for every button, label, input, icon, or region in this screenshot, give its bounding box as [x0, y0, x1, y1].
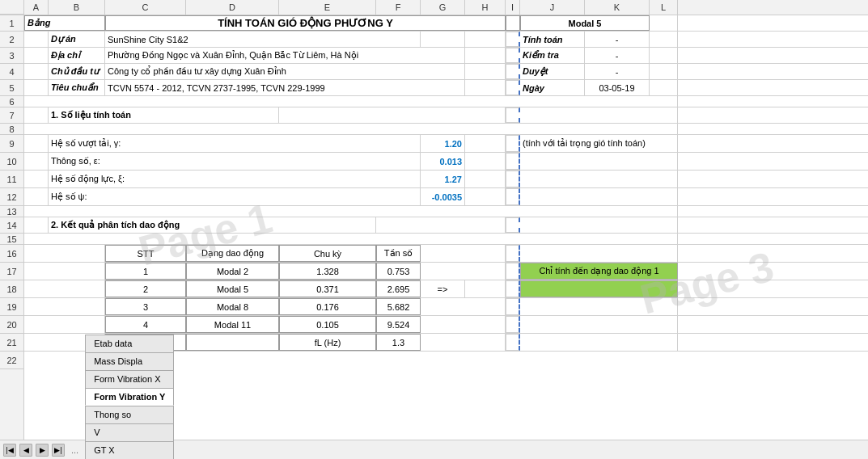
cell-r21-c6 [421, 334, 506, 351]
cell-r7-c4 [279, 107, 506, 123]
cell-r16-c3: Dạng dao động [186, 245, 279, 262]
column-headers: ABCDEFGHIJKL [0, 0, 868, 15]
cell-r9-c9: (tính với tải trọng gió tính toán) [520, 135, 678, 152]
cell-r2-c11 [650, 32, 678, 47]
col-header-I: I [506, 0, 520, 15]
row-num-10: 10 [0, 153, 23, 171]
row-num-3: 3 [0, 48, 23, 64]
cell-r10-c9 [520, 153, 678, 170]
grid-row-6 [24, 96, 868, 107]
tab-nav-last[interactable]: ▶| [52, 444, 65, 457]
tab-nav-next[interactable]: ▶ [36, 444, 49, 457]
row-num-7: 7 [0, 107, 23, 124]
grid-row-18: 2Modal 50.3712.695=> [24, 280, 868, 298]
cell-r12-c6: -0.0035 [421, 188, 465, 205]
cell-r21-c4: fL (Hz) [279, 334, 376, 351]
row-num-21: 21 [0, 334, 23, 352]
tab-thong-so[interactable]: Thong so [85, 406, 174, 423]
col-header-E: E [279, 0, 376, 15]
cell-r5-c7 [465, 80, 506, 95]
cell-r20-c3: Modal 11 [186, 316, 279, 333]
cell-r19-c5: 5.682 [376, 298, 421, 315]
cell-r1-c11 [650, 15, 678, 31]
cell-r20-c4: 0.105 [279, 316, 376, 333]
tab-gt-x[interactable]: GT X [85, 441, 174, 459]
cell-r4-c8 [506, 64, 520, 79]
cell-r18-c3: Modal 5 [186, 280, 279, 297]
row-num-4: 4 [0, 64, 23, 80]
col-header-G: G [421, 0, 465, 15]
cell-r20-c9 [520, 316, 678, 333]
cell-r14-c8 [506, 217, 520, 233]
tab-navigation[interactable]: |◀ ◀ ▶ ▶| ... [3, 444, 78, 457]
cell-r17-c4: 1.328 [279, 263, 376, 280]
cell-r3-c1: Địa chỉ [49, 48, 105, 63]
cell-r5-c11 [650, 80, 678, 95]
tab-v[interactable]: V [85, 423, 174, 441]
cell-r14-c5 [376, 217, 506, 233]
row-num-18: 18 [0, 280, 23, 298]
cell-r7-c9 [520, 107, 678, 123]
cell-r4-c11 [650, 64, 678, 79]
cell-r2-c9: Tính toán [520, 32, 585, 47]
cell-r10-c1: Thông số, ε: [49, 153, 421, 170]
row-num-16: 16 [0, 245, 23, 263]
cell-r1-c2: TÍNH TOÁN GIÓ ĐỘNG PHƯƠNG Y [105, 15, 506, 31]
cell-r18-c6: => [421, 280, 465, 297]
row-numbers: 12345678910111213141516171819202122 [0, 15, 24, 440]
cell-r10-c0 [24, 153, 49, 170]
cell-r2-c0 [24, 32, 49, 47]
cell-r7-c0 [24, 107, 49, 123]
tab-form-vibration-x[interactable]: Form Vibration X [85, 370, 174, 388]
cell-r1-c9: Modal 5 [520, 15, 650, 31]
cell-r4-c2: Công ty cổ phần đầu tư xây dựng Xuân Đỉn… [105, 64, 465, 79]
cell-r18-c7 [465, 280, 506, 297]
tab-nav-first[interactable]: |◀ [3, 444, 16, 457]
tab-etab-data[interactable]: Etab data [85, 335, 174, 352]
cell-r14-c1: 2. Kết quả phân tích dao động [49, 217, 376, 233]
cell-r19-c0 [24, 298, 105, 315]
row-num-14: 14 [0, 217, 23, 234]
tabs-bar: |◀ ◀ ▶ ▶| ... Etab dataMass DisplaForm V… [0, 440, 868, 459]
cell-r11-c8 [506, 171, 520, 187]
cell-r6-c0 [24, 96, 678, 107]
cell-r3-c9: Kiểm tra [520, 48, 585, 63]
grid-row-19: 3Modal 80.1765.682 [24, 298, 868, 316]
cell-r11-c6: 1.27 [421, 171, 465, 187]
cell-r3-c10: - [585, 48, 650, 63]
cell-r4-c0 [24, 64, 49, 79]
grid-row-1: BảngTÍNH TOÁN GIÓ ĐỘNG PHƯƠNG YModal 5 [24, 15, 868, 32]
cell-r19-c8 [506, 298, 520, 315]
grid-row-20: 4Modal 110.1059.524 [24, 316, 868, 334]
cell-r4-c10: - [585, 64, 650, 79]
tab-mass-displa[interactable]: Mass Displa [85, 352, 174, 370]
cell-r2-c10: - [585, 32, 650, 47]
col-header-F: F [376, 0, 421, 15]
sheet-tabs: Etab dataMass DisplaForm Vibration XForm… [85, 335, 175, 460]
cell-r16-c4: Chu kỳ [279, 245, 376, 262]
cell-r5-c9: Ngày [520, 80, 585, 95]
cell-r2-c2: SunShine City S1&2 [105, 32, 421, 47]
cell-r12-c7 [465, 188, 506, 205]
grid-row-14: 2. Kết quả phân tích dao động [24, 217, 868, 234]
cell-r19-c6 [421, 298, 506, 315]
grid-row-17: 1Modal 21.3280.753Chỉ tính đến dạng dao … [24, 263, 868, 280]
row-num-13: 13 [0, 206, 23, 217]
cell-r5-c2: TCVN 5574 - 2012, TCVN 2737-1995, TCVN 2… [105, 80, 465, 95]
cell-r18-c4: 0.371 [279, 280, 376, 297]
cell-r16-c6 [421, 245, 506, 262]
grid-row-7: 1. Số liệu tính toán [24, 107, 868, 124]
tab-form-vibration-y[interactable]: Form Vibration Y [85, 388, 174, 406]
cell-r7-c1: 1. Số liệu tính toán [49, 107, 279, 123]
cell-r3-c8 [506, 48, 520, 63]
cell-r13-c0 [24, 206, 678, 217]
cell-r21-c3 [186, 334, 279, 351]
cell-r2-c8 [506, 32, 520, 47]
cell-r8-c0 [24, 124, 678, 134]
col-header-L: L [650, 0, 678, 15]
cell-r2-c6 [421, 32, 465, 47]
cell-r3-c2: Phường Đồng Ngọc và Xuân Đỉnh, Quận Bắc … [105, 48, 465, 63]
cell-r17-c0 [24, 263, 105, 280]
tab-nav-prev[interactable]: ◀ [19, 444, 32, 457]
cell-r21-c9 [520, 334, 678, 351]
